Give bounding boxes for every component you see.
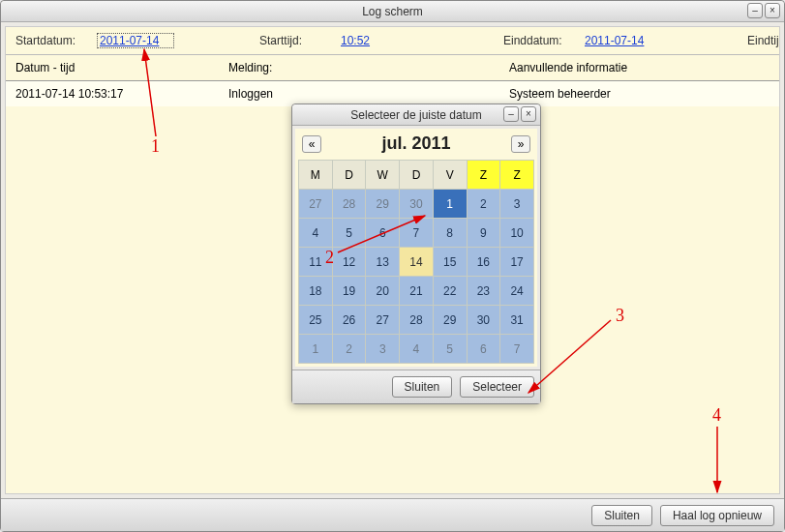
calendar-day[interactable]: 30: [400, 190, 434, 219]
enddate-value[interactable]: 2011-07-14: [585, 34, 662, 47]
prev-month-button[interactable]: «: [302, 135, 321, 153]
minimize-button[interactable]: –: [747, 3, 763, 18]
col-info: Aanvullende informatie: [509, 61, 770, 74]
starttime-label: Starttijd:: [259, 34, 337, 47]
filter-row: Startdatum: 2011-07-14 Starttijd: 10:52 …: [6, 27, 779, 55]
calendar-dow: M: [299, 161, 333, 190]
cell-message: Inloggen: [228, 87, 509, 101]
calendar-day[interactable]: 4: [400, 335, 434, 364]
calendar-day[interactable]: 13: [366, 248, 400, 277]
calendar-day[interactable]: 4: [299, 219, 333, 248]
starttime-value[interactable]: 10:52: [341, 34, 418, 47]
next-month-button[interactable]: »: [511, 135, 530, 153]
col-datetime: Datum - tijd: [15, 61, 228, 74]
enddate-label: Einddatum:: [503, 34, 581, 47]
calendar-day[interactable]: 7: [500, 335, 534, 364]
popup-select-button[interactable]: Selecteer: [460, 376, 534, 398]
calendar-day[interactable]: 30: [467, 306, 500, 335]
calendar-day[interactable]: 27: [299, 190, 333, 219]
calendar-day[interactable]: 2: [332, 335, 366, 364]
date-picker-popup: Selecteer de juiste datum – × « jul. 201…: [291, 103, 541, 404]
calendar-nav: « jul. 2011 »: [298, 132, 534, 160]
calendar-dow: W: [366, 161, 400, 190]
calendar-grid: MDWDVZZ 27282930123456789101112131415161…: [298, 160, 534, 364]
calendar-day[interactable]: 9: [467, 219, 500, 248]
popup-body: « jul. 2011 » MDWDVZZ 272829301234567891…: [295, 129, 537, 367]
window-title: Log scherm: [362, 5, 423, 18]
col-message: Melding:: [228, 61, 509, 74]
calendar-day[interactable]: 1: [299, 335, 333, 364]
calendar-day[interactable]: 23: [467, 277, 500, 306]
calendar-day[interactable]: 5: [332, 219, 366, 248]
popup-title: Selecteer de juiste datum: [350, 108, 481, 122]
calendar-day[interactable]: 6: [467, 335, 500, 364]
calendar-day[interactable]: 31: [500, 306, 534, 335]
calendar-day[interactable]: 8: [433, 219, 467, 248]
calendar-day[interactable]: 16: [467, 248, 500, 277]
titlebar: Log scherm – ×: [1, 1, 784, 22]
calendar-dow: D: [332, 161, 366, 190]
calendar-day[interactable]: 11: [299, 248, 333, 277]
calendar-dow: V: [433, 161, 467, 190]
calendar-day[interactable]: 15: [433, 248, 467, 277]
calendar-day[interactable]: 29: [366, 190, 400, 219]
calendar-day[interactable]: 29: [433, 306, 467, 335]
calendar-day[interactable]: 25: [299, 306, 333, 335]
calendar-day[interactable]: 27: [366, 306, 400, 335]
popup-close-button[interactable]: ×: [521, 106, 536, 122]
calendar-day[interactable]: 14: [400, 248, 434, 277]
calendar-day[interactable]: 28: [332, 190, 366, 219]
close-button[interactable]: ×: [765, 3, 780, 18]
calendar-dow: Z: [500, 161, 534, 190]
cell-datetime: 2011-07-14 10:53:17: [15, 87, 228, 101]
popup-footer: Sluiten Selecteer: [292, 369, 540, 403]
reload-log-button[interactable]: Haal log opnieuw: [660, 505, 774, 526]
calendar-day[interactable]: 24: [500, 277, 534, 306]
calendar-day[interactable]: 18: [299, 277, 333, 306]
popup-titlebar: Selecteer de juiste datum – ×: [292, 104, 540, 126]
calendar-month-label: jul. 2011: [381, 133, 450, 154]
popup-close-footer-button[interactable]: Sluiten: [392, 376, 453, 398]
calendar-day[interactable]: 2: [467, 190, 500, 219]
calendar-dow: D: [400, 161, 434, 190]
calendar-day[interactable]: 5: [433, 335, 467, 364]
calendar-day[interactable]: 19: [332, 277, 366, 306]
calendar-day[interactable]: 6: [366, 219, 400, 248]
calendar-day[interactable]: 3: [366, 335, 400, 364]
calendar-dow: Z: [467, 161, 500, 190]
calendar-day[interactable]: 21: [400, 277, 434, 306]
popup-minimize-button[interactable]: –: [503, 106, 519, 122]
calendar-day[interactable]: 28: [400, 306, 434, 335]
calendar-day[interactable]: 22: [433, 277, 467, 306]
footer: Sluiten Haal log opnieuw: [1, 498, 784, 531]
calendar-day[interactable]: 26: [332, 306, 366, 335]
startdate-value[interactable]: 2011-07-14: [97, 33, 174, 48]
endtime-label: Eindtijd:: [747, 34, 780, 47]
calendar-day[interactable]: 1: [433, 190, 467, 219]
table-header: Datum - tijd Melding: Aanvullende inform…: [6, 55, 779, 81]
calendar-day[interactable]: 17: [500, 248, 534, 277]
calendar-day[interactable]: 7: [400, 219, 434, 248]
calendar-day[interactable]: 20: [366, 277, 400, 306]
close-footer-button[interactable]: Sluiten: [591, 505, 652, 526]
cell-info: Systeem beheerder: [509, 87, 770, 101]
calendar-day[interactable]: 12: [332, 248, 366, 277]
calendar-day[interactable]: 10: [500, 219, 534, 248]
log-window: Log scherm – × Startdatum: 2011-07-14 St…: [0, 0, 785, 532]
startdate-label: Startdatum:: [15, 34, 93, 47]
calendar-day[interactable]: 3: [500, 190, 534, 219]
